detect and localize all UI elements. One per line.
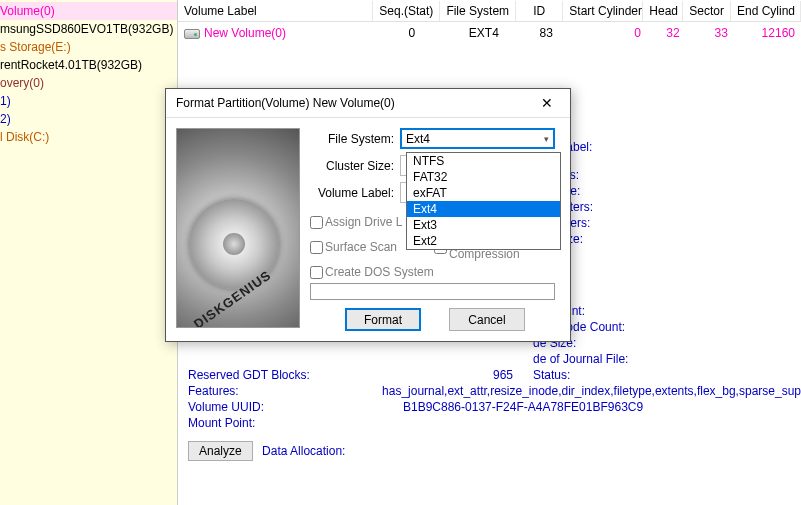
file-system-option[interactable]: exFAT: [407, 185, 560, 201]
cluster-size-label: Cluster Size:: [310, 159, 400, 173]
disk-icon: [184, 29, 200, 39]
row-sector: 33: [686, 24, 734, 42]
file-system-select[interactable]: Ext4 ▾: [400, 128, 555, 149]
file-system-dropdown: NTFSFAT32exFATExt4Ext3Ext2: [406, 152, 561, 250]
sidebar-item[interactable]: 2): [0, 110, 177, 128]
detail-mount-label: Mount Point:: [188, 416, 343, 431]
col-header-seq[interactable]: Seq.(Stat): [373, 1, 440, 21]
hdd-image: DISKGENIUS: [176, 128, 300, 328]
dialog-title-text: Format Partition(Volume) New Volume(0): [176, 96, 395, 110]
create-dos-checkbox[interactable]: [310, 266, 323, 279]
surface-scan-checkbox[interactable]: [310, 241, 323, 254]
analyze-button[interactable]: Analyze: [188, 441, 253, 461]
row-start-cyl: 0: [570, 24, 647, 42]
sidebar-item[interactable]: l Disk(C:): [0, 128, 177, 146]
detail-features-label: Features:: [188, 384, 322, 399]
create-dos-label: Create DOS System: [325, 265, 434, 279]
assign-drive-checkbox[interactable]: [310, 216, 323, 229]
sidebar-item[interactable]: s Storage(E:): [0, 38, 177, 56]
col-header-label[interactable]: Volume Label: [178, 1, 373, 21]
file-system-option[interactable]: FAT32: [407, 169, 560, 185]
row-seq: 0: [378, 24, 445, 42]
file-system-label: File System:: [310, 132, 400, 146]
data-allocation-label: Data Allocation:: [262, 444, 345, 458]
row-fs: EXT4: [446, 24, 523, 42]
detail-status-label: Status:: [533, 368, 683, 383]
row-head: 32: [647, 24, 686, 42]
progress-bar: [310, 283, 555, 300]
close-icon[interactable]: ✕: [532, 95, 562, 111]
grid-row[interactable]: New Volume(0) 0 EXT4 83 0 32 33 12160: [178, 22, 801, 44]
cancel-button[interactable]: Cancel: [449, 308, 525, 331]
format-button[interactable]: Format: [345, 308, 421, 331]
detail-uuid-label: Volume UUID:: [188, 400, 343, 415]
dialog-titlebar[interactable]: Format Partition(Volume) New Volume(0) ✕: [166, 89, 570, 118]
detail-reserved-gdt-val: 965: [343, 368, 533, 383]
col-header-start-cyl[interactable]: Start Cylinder: [563, 1, 643, 21]
detail-uuid-val: B1B9C886-0137-F24F-A4A78FE01BF963C9: [403, 400, 643, 415]
sidebar-item[interactable]: 1): [0, 92, 177, 110]
col-header-head[interactable]: Head: [643, 1, 683, 21]
col-header-id[interactable]: ID: [516, 1, 563, 21]
row-end-cyl: 12160: [734, 24, 801, 42]
detail-journal-inode: de of Journal File:: [533, 352, 683, 367]
file-system-option[interactable]: Ext3: [407, 217, 560, 233]
chevron-down-icon: ▾: [544, 134, 549, 144]
sidebar-item[interactable]: overy(0): [0, 74, 177, 92]
col-header-fs[interactable]: File System: [440, 1, 516, 21]
sidebar: Volume(0)msungSSD860EVO1TB(932GB)s Stora…: [0, 0, 178, 505]
format-partition-dialog: Format Partition(Volume) New Volume(0) ✕…: [165, 88, 571, 342]
sidebar-item[interactable]: Volume(0): [0, 2, 177, 20]
file-system-option[interactable]: NTFS: [407, 153, 560, 169]
grid-header: Volume Label Seq.(Stat) File System ID S…: [178, 0, 801, 22]
detail-reserved-gdt-label: Reserved GDT Blocks:: [188, 368, 343, 383]
row-id: 83: [522, 24, 570, 42]
surface-scan-label: Surface Scan: [325, 240, 397, 254]
file-system-value: Ext4: [406, 132, 430, 146]
col-header-sector[interactable]: Sector: [683, 1, 731, 21]
file-system-option[interactable]: Ext4: [407, 201, 560, 217]
sidebar-item[interactable]: rentRocket4.01TB(932GB): [0, 56, 177, 74]
col-header-end-cyl[interactable]: End Cylind: [731, 1, 801, 21]
file-system-option[interactable]: Ext2: [407, 233, 560, 249]
sidebar-item[interactable]: msungSSD860EVO1TB(932GB): [0, 20, 177, 38]
detail-features-val: has_journal,ext_attr,resize_inode,dir_in…: [382, 384, 801, 399]
row-volume-label: New Volume(0): [178, 24, 378, 42]
assign-drive-label: Assign Drive L: [325, 215, 402, 229]
volume-label-label: Volume Label:: [310, 186, 400, 200]
